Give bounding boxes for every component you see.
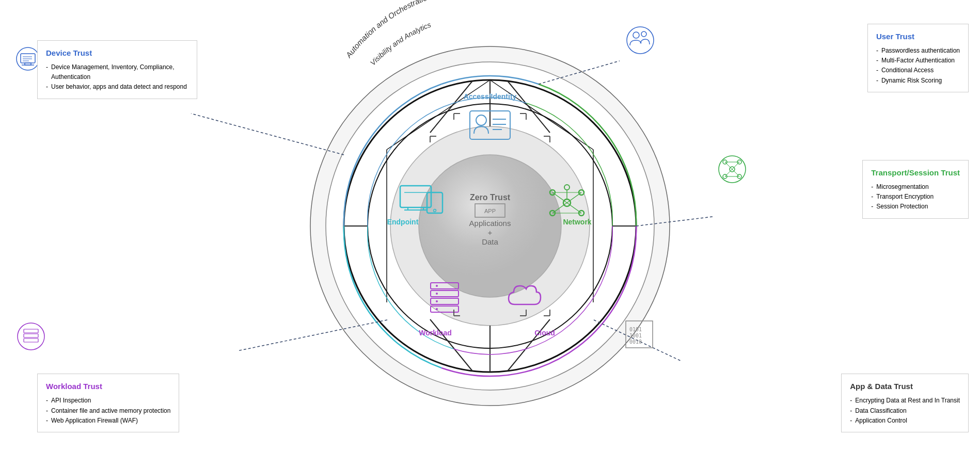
workload-trust-item-1: API Inspection: [46, 396, 170, 406]
svg-rect-100: [24, 338, 38, 342]
svg-rect-54: [431, 298, 459, 304]
workload-trust-item-3: Web Application Firewall (WAF): [46, 416, 170, 426]
svg-point-4: [390, 126, 590, 326]
svg-rect-99: [24, 334, 38, 337]
svg-point-81: [719, 156, 746, 183]
workload-trust-item-2: Container file and active memory protect…: [46, 406, 170, 416]
svg-rect-52: [431, 283, 459, 289]
user-trust-box: User Trust Passwordless authentication M…: [867, 24, 969, 92]
app-data-trust-item-2: Data Classification: [850, 406, 960, 416]
svg-text:Endpoint: Endpoint: [387, 218, 419, 226]
svg-text:Data: Data: [482, 237, 498, 246]
svg-line-18: [508, 319, 550, 371]
svg-line-90: [732, 169, 739, 176]
svg-line-67: [539, 61, 620, 84]
svg-text:Network: Network: [563, 218, 591, 226]
svg-point-58: [436, 300, 438, 302]
svg-text:Workload: Workload: [419, 329, 452, 337]
svg-point-79: [633, 32, 639, 38]
app-data-trust-box: App & Data Trust Encrypting Data at Rest…: [841, 374, 969, 432]
svg-line-46: [567, 192, 581, 203]
svg-point-0: [310, 46, 670, 406]
svg-text:Zero Trust: Zero Trust: [470, 193, 511, 202]
svg-rect-60: [400, 186, 431, 207]
transport-trust-box: Transport/Session Trust Microsegmentatio…: [862, 160, 969, 219]
transport-trust-item-3: Session Protection: [871, 202, 960, 212]
svg-rect-93: [626, 321, 653, 348]
app-data-trust-item-1: Encrypting Data at Rest and In Transit: [850, 396, 960, 406]
svg-line-66: [191, 114, 344, 155]
user-trust-item-1: Passwordless authentication: [876, 46, 960, 56]
svg-line-20: [430, 319, 472, 371]
svg-text:0101: 0101: [629, 327, 642, 332]
svg-text:Visibility and Analytics: Visibility and Analytics: [369, 21, 432, 67]
svg-rect-61: [408, 207, 423, 210]
workload-trust-title: Workload Trust: [46, 380, 170, 393]
svg-text:Cloud: Cloud: [534, 329, 555, 337]
user-trust-item-3: Conditional Access: [876, 66, 960, 75]
svg-line-87: [725, 162, 732, 169]
svg-text:Applications: Applications: [469, 219, 511, 228]
transport-trust-title: Transport/Session Trust: [871, 167, 960, 179]
svg-rect-63: [427, 192, 442, 213]
svg-point-71: [17, 47, 39, 70]
svg-point-44: [564, 185, 570, 190]
svg-point-84: [737, 160, 741, 164]
transport-trust-item-1: Microsegmentation: [871, 182, 960, 192]
svg-point-78: [627, 27, 654, 54]
device-trust-item-2: User behavior, apps and data detect and …: [46, 82, 188, 92]
svg-line-48: [567, 203, 581, 213]
device-trust-title: Device Trust: [46, 47, 188, 59]
svg-text:+: +: [488, 228, 493, 237]
svg-line-22: [430, 81, 472, 133]
svg-point-85: [723, 174, 727, 179]
app-data-trust-item-3: Application Control: [850, 416, 960, 426]
svg-line-68: [636, 217, 713, 226]
svg-point-1: [326, 62, 654, 390]
svg-point-59: [436, 308, 438, 310]
svg-text:1001: 1001: [629, 333, 642, 338]
svg-point-3: [368, 104, 612, 348]
svg-rect-53: [431, 290, 459, 297]
svg-rect-29: [475, 204, 505, 217]
svg-point-82: [730, 167, 735, 172]
transport-trust-item-2: Transport Encryption: [871, 192, 960, 202]
svg-line-70: [238, 320, 387, 351]
svg-rect-98: [24, 329, 38, 333]
svg-text:Access/Identity: Access/Identity: [464, 92, 517, 101]
app-data-trust-title: App & Data Trust: [850, 380, 960, 393]
svg-point-5: [419, 155, 561, 297]
svg-point-43: [579, 211, 584, 216]
svg-point-56: [436, 285, 438, 287]
workload-trust-box: Workload Trust API Inspection Container …: [37, 374, 179, 432]
svg-line-69: [594, 320, 682, 361]
svg-line-13: [387, 80, 490, 150]
svg-rect-34: [470, 111, 510, 139]
svg-point-42: [550, 211, 555, 216]
device-trust-item-1: Device Management, Inventory, Compliance…: [46, 62, 188, 82]
svg-line-45: [552, 192, 567, 203]
svg-point-41: [579, 190, 584, 195]
svg-line-9: [490, 80, 593, 150]
svg-line-47: [552, 203, 567, 213]
svg-rect-55: [431, 306, 459, 312]
user-trust-item-2: Multi-Factor Authentication: [876, 56, 960, 66]
svg-point-39: [563, 199, 571, 206]
svg-point-80: [641, 31, 646, 37]
svg-point-83: [723, 160, 727, 164]
svg-point-57: [436, 293, 438, 295]
device-trust-box: Device Trust Device Management, Inventor…: [37, 40, 197, 99]
svg-line-16: [508, 81, 550, 133]
svg-point-86: [737, 174, 741, 179]
svg-point-97: [18, 323, 44, 350]
svg-text:Automation and Orchestration: Automation and Orchestration: [344, 0, 432, 60]
svg-point-64: [434, 209, 436, 212]
svg-text:APP: APP: [484, 208, 496, 214]
svg-point-35: [476, 115, 486, 125]
svg-line-89: [725, 169, 732, 176]
user-trust-item-4: Dynamic Risk Scoring: [876, 76, 960, 86]
svg-rect-72: [21, 54, 35, 63]
svg-text:0010: 0010: [629, 339, 642, 345]
user-trust-title: User Trust: [876, 30, 960, 43]
svg-point-40: [550, 190, 555, 195]
